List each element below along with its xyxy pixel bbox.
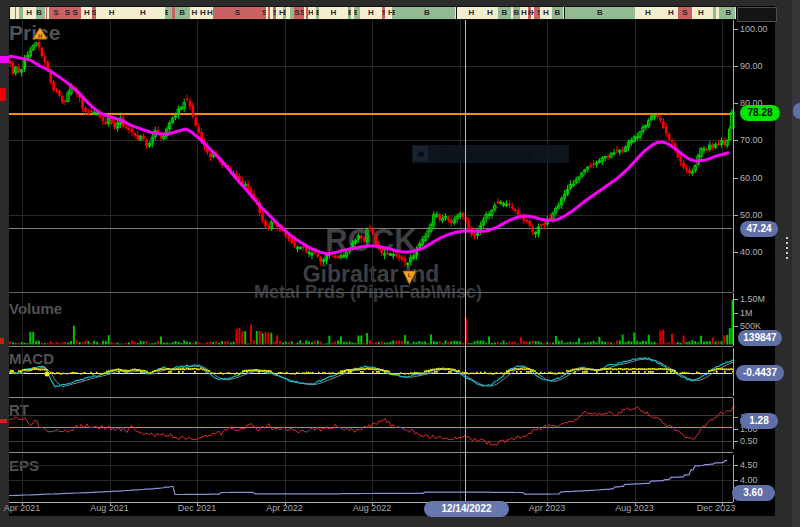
svg-text:H: H bbox=[37, 32, 41, 38]
svg-text:L: L bbox=[408, 272, 412, 278]
